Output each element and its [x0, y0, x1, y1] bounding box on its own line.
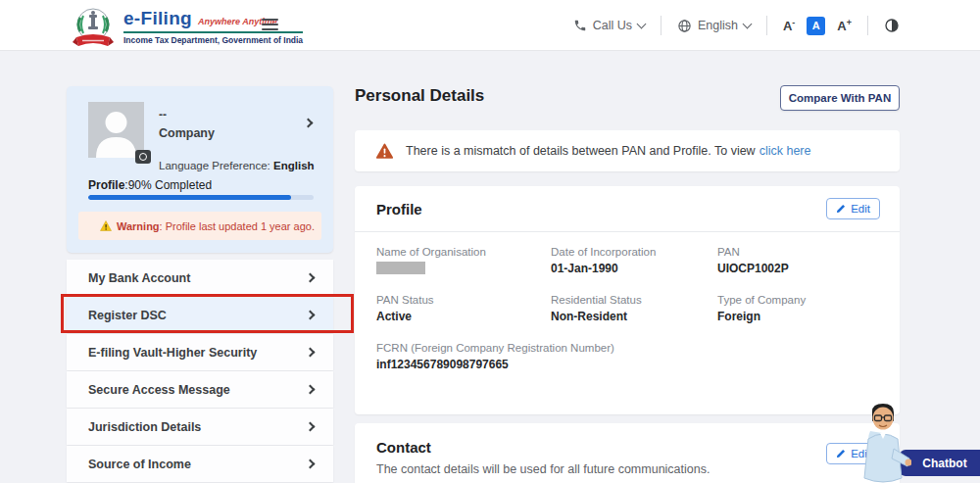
language-label: English	[698, 19, 738, 32]
alert-text: There is a mismatch of details between P…	[406, 144, 810, 158]
call-us-dropdown[interactable]: Call Us	[573, 19, 645, 32]
field-date-of-incorporation: Date of Incorporation 01-Jan-1990	[551, 246, 717, 275]
pencil-icon	[836, 204, 846, 214]
contact-edit-button[interactable]: Edit	[826, 443, 880, 464]
field-pan-status: PAN Status Active	[376, 294, 551, 323]
globe-icon	[677, 19, 692, 33]
page-title: Personal Details	[355, 86, 484, 106]
hamburger-menu-icon[interactable]	[262, 19, 278, 33]
field-fcrn: FCRN (Foreign Company Registration Numbe…	[376, 342, 878, 371]
call-us-label: Call Us	[593, 19, 632, 32]
profile-name: --	[159, 108, 167, 121]
profile-org-type: Company	[159, 126, 215, 140]
sidebar-item-secure-access-message[interactable]: Secure Access Message	[67, 371, 333, 408]
sidebar-item-efiling-vault[interactable]: E-filing Vault-Higher Security	[67, 334, 333, 370]
sidebar-item-jurisdiction-details[interactable]: Jurisdiction Details	[67, 409, 333, 445]
field-residential-status: Residential Status Non-Resident	[551, 294, 717, 323]
font-increase-button[interactable]: A+	[837, 18, 852, 33]
profile-chevron-right-icon[interactable]	[305, 113, 312, 130]
camera-icon[interactable]	[135, 150, 151, 164]
font-decrease-button[interactable]: A-	[783, 18, 795, 33]
font-size-controls: A- A A+	[783, 17, 852, 35]
redacted-value	[376, 262, 425, 274]
profile-card-title: Profile	[376, 201, 422, 217]
profile-warning-banner: Warning : Profile last updated 1 year ag…	[78, 212, 321, 240]
phone-icon	[573, 19, 587, 32]
language-dropdown[interactable]: English	[677, 19, 751, 33]
chevron-right-icon	[306, 273, 316, 283]
avatar	[88, 102, 144, 158]
language-preference-value: English	[273, 160, 315, 171]
divider	[661, 16, 662, 35]
language-preference: Language Preference: English	[159, 160, 315, 171]
sidebar-item-source-of-income[interactable]: Source of Income	[67, 446, 333, 482]
brand-subtitle: Income Tax Department, Government of Ind…	[123, 31, 303, 45]
divider	[766, 16, 767, 35]
warning-triangle-icon	[100, 220, 112, 231]
top-header: e-Filing Anywhere Anytime Income Tax Dep…	[0, 0, 980, 51]
divider	[867, 16, 868, 35]
profile-edit-button[interactable]: Edit	[826, 198, 880, 219]
click-here-link[interactable]: click here	[760, 144, 811, 158]
chevron-right-icon	[306, 422, 316, 432]
chatbot-button[interactable]: Chatbot	[900, 450, 980, 476]
chevron-right-icon	[306, 348, 316, 358]
profile-progress-bar	[88, 195, 314, 200]
profile-progress-text: Profile:90% Completed	[88, 178, 212, 192]
chevron-right-icon	[306, 385, 316, 395]
chevron-right-icon	[306, 459, 316, 469]
field-pan: PAN UIOCP1002P	[717, 246, 878, 275]
profile-progress-fill	[88, 195, 291, 200]
pencil-icon	[836, 449, 846, 459]
field-type-of-company: Type of Company Foreign	[717, 294, 878, 323]
chevron-right-icon	[306, 311, 316, 320]
contrast-toggle-icon[interactable]	[884, 18, 900, 33]
compare-with-pan-button[interactable]: Compare With PAN	[780, 85, 900, 111]
alert-warning-icon	[375, 143, 394, 160]
brand-title: e-Filing	[123, 8, 192, 29]
chevron-down-icon	[637, 19, 647, 28]
contact-card: Contact The contact details will be used…	[355, 423, 900, 483]
sidebar-item-register-dsc[interactable]: Register DSC	[67, 297, 333, 333]
header-controls: Call Us English A- A A+	[573, 0, 900, 51]
contact-card-subtitle: The contact details will be used for all…	[376, 462, 880, 476]
field-name-of-organisation: Name of Organisation	[376, 246, 551, 275]
warning-label: Warning	[117, 220, 160, 232]
sidebar-menu: My Bank Account Register DSC E-filing Va…	[67, 260, 333, 483]
mismatch-alert: There is a mismatch of details between P…	[355, 130, 900, 171]
profile-summary-card: -- Company Language Preference: English …	[67, 86, 333, 253]
chevron-down-icon	[743, 19, 753, 28]
sidebar-item-my-bank-account[interactable]: My Bank Account	[67, 260, 333, 296]
warning-text: : Profile last updated 1 year ago.	[160, 220, 315, 232]
contact-card-title: Contact	[376, 439, 880, 456]
profile-details-card: Profile Edit Name of Organisation Date o…	[355, 186, 900, 414]
govt-emblem-icon	[71, 5, 116, 50]
font-normal-button[interactable]: A	[807, 17, 825, 35]
